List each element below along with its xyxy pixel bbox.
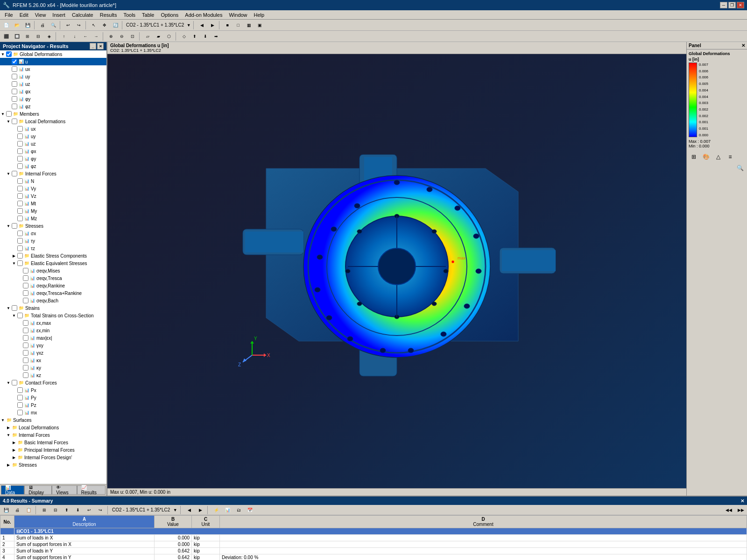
tree-item-phix[interactable]: 📊φx bbox=[0, 88, 106, 95]
tree-expander-contact-forces[interactable]: ▼ bbox=[6, 380, 11, 385]
tb2-8[interactable]: ← bbox=[80, 32, 91, 41]
tree-checkbox-stresses[interactable] bbox=[12, 223, 17, 229]
table-row[interactable]: 2 Sum of support forces in X0.000kip bbox=[0, 541, 747, 548]
tree-expander-phix[interactable] bbox=[6, 89, 11, 94]
tree-item-s-local-deform[interactable]: ▶📁Local Deformations bbox=[0, 424, 106, 431]
tree-expander-px[interactable] bbox=[11, 387, 17, 393]
menu-edit[interactable]: Edit bbox=[17, 11, 31, 19]
menu-options[interactable]: Options bbox=[158, 11, 181, 19]
menu-view[interactable]: View bbox=[32, 11, 49, 19]
tree-expander-lphix[interactable] bbox=[11, 148, 17, 154]
tree-expander-s-design-internal[interactable]: ▶ bbox=[11, 455, 17, 460]
tb2-5[interactable]: ◈ bbox=[44, 32, 54, 41]
tree-checkbox-tresca[interactable] bbox=[23, 275, 28, 281]
tree-expander-lphiy[interactable] bbox=[11, 156, 17, 161]
tb-redo[interactable]: ↪ bbox=[74, 21, 84, 30]
res-scroll-right[interactable]: ▶▶ bbox=[736, 505, 746, 515]
tree-expander-rankine[interactable] bbox=[17, 283, 22, 288]
tree-checkbox-lphix[interactable] bbox=[17, 148, 23, 154]
nav-close[interactable]: ✕ bbox=[97, 43, 104, 49]
tree-expander-tz[interactable] bbox=[11, 245, 17, 251]
tree-checkbox-members[interactable] bbox=[6, 111, 12, 117]
tree-item-members[interactable]: ▼📁Members bbox=[0, 110, 106, 118]
tree-checkbox-phiy[interactable] bbox=[12, 96, 17, 102]
tree-item-surfaces[interactable]: ▼📁Surfaces bbox=[0, 416, 106, 424]
tb2-zoom-out[interactable]: ⊖ bbox=[117, 32, 127, 41]
tb-preview[interactable]: 🔍 bbox=[48, 21, 58, 30]
tree-expander-elastic-stress[interactable]: ▶ bbox=[11, 253, 17, 259]
tree-checkbox-rankine[interactable] bbox=[23, 283, 28, 288]
tree-expander-ty[interactable] bbox=[11, 238, 17, 244]
tree-item-tresca-rankine[interactable]: 📊σeqv,Tresca+Rankine bbox=[0, 289, 106, 297]
tree-item-ty[interactable]: 📊τy bbox=[0, 237, 106, 245]
tree-item-phiy[interactable]: 📊φy bbox=[0, 95, 106, 103]
menu-insert[interactable]: Insert bbox=[49, 11, 68, 19]
tb-render3[interactable]: ▦ bbox=[244, 21, 254, 30]
res-next[interactable]: ▶ bbox=[195, 505, 205, 515]
tree-expander-mMz[interactable] bbox=[11, 216, 17, 221]
menu-addons[interactable]: Add-on Modules bbox=[182, 11, 225, 19]
tree-expander-pmx[interactable] bbox=[11, 410, 17, 415]
tree-item-mN[interactable]: 📊N bbox=[0, 177, 106, 185]
tree-expander-global-deform[interactable]: ▼ bbox=[0, 51, 6, 57]
res-tb-11[interactable]: 📊 bbox=[222, 505, 233, 515]
tree-checkbox-mMz[interactable] bbox=[17, 216, 23, 221]
tree-checkbox-elastic-equiv[interactable] bbox=[17, 260, 23, 266]
tree-item-mMt[interactable]: 📊Mt bbox=[0, 200, 106, 207]
tree-expander-phiz[interactable] bbox=[6, 104, 11, 109]
tb-prev[interactable]: ◀ bbox=[197, 21, 207, 30]
tb-render2[interactable]: □ bbox=[233, 21, 243, 30]
tree-item-luz[interactable]: 📊uz bbox=[0, 140, 106, 147]
tree-checkbox-yxz[interactable] bbox=[23, 350, 28, 356]
tb-render4[interactable]: ▣ bbox=[254, 21, 265, 30]
restore-btn[interactable]: ❐ bbox=[728, 2, 736, 8]
tree-checkbox-local-deform[interactable] bbox=[12, 119, 17, 124]
tree-item-tz[interactable]: 📊τz bbox=[0, 245, 106, 252]
tree-expander-exmin[interactable] bbox=[17, 328, 22, 333]
tree-item-elastic-stress[interactable]: ▶📁Elastic Stress Components bbox=[0, 252, 106, 259]
tree-checkbox-tz[interactable] bbox=[17, 245, 23, 251]
tb2-4[interactable]: ⊟ bbox=[33, 32, 43, 41]
tree-item-bach[interactable]: 📊σeqv,Bach bbox=[0, 297, 106, 304]
tree-expander-sx[interactable] bbox=[11, 231, 17, 236]
menu-window[interactable]: Window bbox=[226, 11, 250, 19]
tree-expander-s-stresses[interactable]: ▶ bbox=[6, 462, 11, 468]
tree-expander-pz[interactable] bbox=[11, 402, 17, 408]
res-tb-10[interactable]: ⚡ bbox=[211, 505, 221, 515]
tree-item-tresca[interactable]: 📊σeqv,Tresca bbox=[0, 274, 106, 282]
tree-checkbox-strains[interactable] bbox=[12, 305, 17, 311]
tree-item-kx[interactable]: 📊κx bbox=[0, 357, 106, 364]
tb2-top[interactable]: ⬆ bbox=[190, 32, 200, 41]
tb2-zoom-in[interactable]: ⊕ bbox=[106, 32, 116, 41]
menu-file[interactable]: File bbox=[2, 11, 16, 19]
tree-item-rankine[interactable]: 📊σeqv,Rankine bbox=[0, 282, 106, 289]
tb2-7[interactable]: ↓ bbox=[70, 32, 80, 41]
tb-undo[interactable]: ↩ bbox=[63, 21, 73, 30]
tree-item-mVy[interactable]: 📊Vy bbox=[0, 185, 106, 192]
tree-checkbox-mN[interactable] bbox=[17, 178, 23, 184]
tree-checkbox-exmin[interactable] bbox=[23, 328, 28, 333]
nav-minimize[interactable]: _ bbox=[90, 43, 96, 49]
tree-expander-yxy[interactable] bbox=[17, 343, 22, 348]
tree-checkbox-sx[interactable] bbox=[17, 231, 23, 236]
tree-item-mises[interactable]: 📊σeqv,Mises bbox=[0, 267, 106, 274]
tree-checkbox-uy[interactable] bbox=[12, 74, 17, 79]
tree-checkbox-pmx[interactable] bbox=[17, 410, 23, 415]
viewport-canvas[interactable]: max X Y Z bbox=[107, 54, 686, 488]
tree-expander-internal-forces-m[interactable]: ▼ bbox=[6, 171, 11, 176]
tb-next[interactable]: ▶ bbox=[207, 21, 218, 30]
tree-expander-lphiz[interactable] bbox=[11, 163, 17, 169]
tree-expander-maxex[interactable] bbox=[17, 335, 22, 341]
tree-item-lux[interactable]: 📊ux bbox=[0, 125, 106, 133]
res-tb-7[interactable]: ⬇ bbox=[73, 505, 83, 515]
tree-expander-uy[interactable] bbox=[6, 74, 11, 79]
tb2-isoview[interactable]: ◇ bbox=[179, 32, 189, 41]
tb2-front[interactable]: ⬇ bbox=[200, 32, 211, 41]
tb-render1[interactable]: ■ bbox=[222, 21, 233, 30]
tree-checkbox-kx[interactable] bbox=[23, 357, 28, 363]
tree-expander-py[interactable] bbox=[11, 395, 17, 400]
tree-item-internal-forces-m[interactable]: ▼📁Internal Forces bbox=[0, 170, 106, 177]
res-tb-5[interactable]: ⊟ bbox=[50, 505, 61, 515]
tree-expander-u[interactable] bbox=[6, 59, 11, 64]
tree-checkbox-ux[interactable] bbox=[12, 66, 17, 72]
